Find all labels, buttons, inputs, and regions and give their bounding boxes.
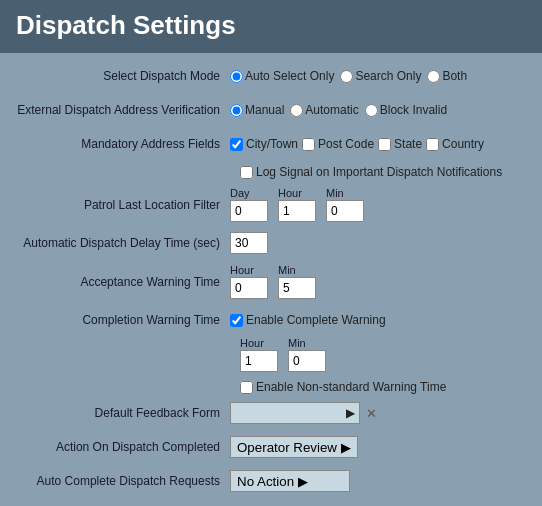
addr-state-field[interactable]: State (378, 137, 422, 151)
address-verification-controls: Manual Automatic Block Invalid (230, 103, 447, 117)
completion-min-group: Min (288, 337, 326, 372)
patrol-filter-controls: Day Hour Min (230, 187, 364, 222)
auto-dispatch-delay-label: Automatic Dispatch Delay Time (sec) (10, 236, 230, 250)
acceptance-min-input[interactable] (278, 277, 316, 299)
completion-min-label: Min (288, 337, 306, 349)
auto-complete-dropdown[interactable]: No Action ▶ (230, 470, 350, 492)
completion-warning-controls: Enable Complete Warning (230, 313, 386, 327)
patrol-day-label: Day (230, 187, 250, 199)
dispatch-mode-auto[interactable]: Auto Select Only (230, 69, 334, 83)
auto-complete-controls: No Action ▶ (230, 470, 350, 492)
completion-min-input[interactable] (288, 350, 326, 372)
page-title: Dispatch Settings (16, 10, 526, 41)
log-signal-field[interactable]: Log Signal on Important Dispatch Notific… (240, 165, 502, 179)
dispatch-mode-search[interactable]: Search Only (340, 69, 421, 83)
action-dispatch-controls: Operator Review ▶ (230, 436, 358, 458)
arrow-icon: ▶ (341, 440, 351, 455)
acceptance-warning-label: Acceptance Warning Time (10, 275, 230, 289)
completion-warning-label: Completion Warning Time (10, 313, 230, 327)
default-feedback-label: Default Feedback Form (10, 406, 230, 420)
address-verification-label: External Dispatch Address Verification (10, 103, 230, 117)
addr-country-field[interactable]: Country (426, 137, 484, 151)
arrow-icon: ▶ (346, 406, 355, 420)
completion-warning-enable[interactable]: Enable Complete Warning (230, 313, 386, 327)
addr-verify-manual[interactable]: Manual (230, 103, 284, 117)
addr-postcode-field[interactable]: Post Code (302, 137, 374, 151)
acceptance-warning-controls: Hour Min (230, 264, 316, 299)
addr-verify-automatic[interactable]: Automatic (290, 103, 358, 117)
auto-dispatch-delay-input[interactable] (230, 232, 268, 254)
patrol-day-input[interactable] (230, 200, 268, 222)
acceptance-hour-label: Hour (230, 264, 254, 276)
action-dispatch-value: Operator Review (237, 440, 337, 455)
action-dispatch-dropdown[interactable]: Operator Review ▶ (230, 436, 358, 458)
dispatch-mode-both[interactable]: Both (427, 69, 467, 83)
completion-hour-label: Hour (240, 337, 264, 349)
header: Dispatch Settings (0, 0, 542, 53)
patrol-min-label: Min (326, 187, 344, 199)
auto-dispatch-delay-controls (230, 232, 268, 254)
mandatory-address-label: Mandatory Address Fields (10, 137, 230, 151)
auto-complete-label: Auto Complete Dispatch Requests (10, 474, 230, 488)
completion-hour-input[interactable] (240, 350, 278, 372)
acceptance-min-group: Min (278, 264, 316, 299)
patrol-min-group: Min (326, 187, 364, 222)
patrol-min-input[interactable] (326, 200, 364, 222)
action-dispatch-label: Action On Dispatch Completed (10, 440, 230, 454)
patrol-hour-input[interactable] (278, 200, 316, 222)
patrol-filter-label: Patrol Last Location Filter (10, 198, 230, 212)
auto-complete-value: No Action (237, 474, 294, 489)
addr-verify-block[interactable]: Block Invalid (365, 103, 447, 117)
acceptance-hour-input[interactable] (230, 277, 268, 299)
acceptance-hour-group: Hour (230, 264, 268, 299)
dispatch-mode-controls: Auto Select Only Search Only Both (230, 69, 467, 83)
dispatch-mode-label: Select Dispatch Mode (10, 69, 230, 83)
default-feedback-controls: ▶ ✕ (230, 402, 379, 424)
addr-city-field[interactable]: City/Town (230, 137, 298, 151)
default-feedback-dropdown[interactable]: ▶ (230, 402, 360, 424)
patrol-hour-group: Hour (278, 187, 316, 222)
mandatory-address-controls: City/Town Post Code State Country (230, 137, 484, 151)
patrol-day-group: Day (230, 187, 268, 222)
patrol-hour-label: Hour (278, 187, 302, 199)
non-standard-warning-field[interactable]: Enable Non-standard Warning Time (240, 380, 446, 394)
arrow-icon: ▶ (298, 474, 308, 489)
acceptance-min-label: Min (278, 264, 296, 276)
completion-hour-group: Hour (240, 337, 278, 372)
default-feedback-clear[interactable]: ✕ (364, 406, 379, 421)
